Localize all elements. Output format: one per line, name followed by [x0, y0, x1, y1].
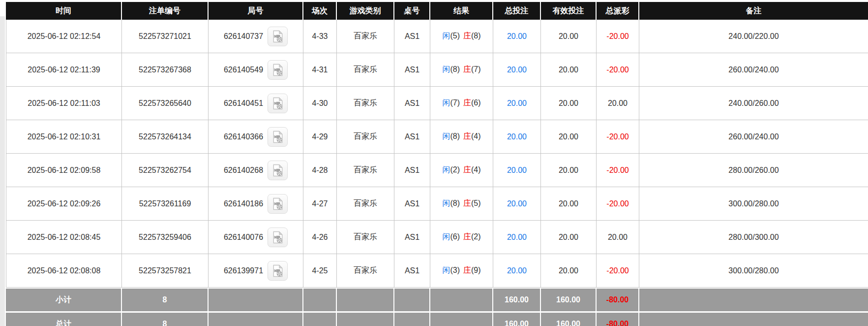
total-bet-link[interactable]: 20.00 [507, 199, 527, 208]
result-banker-label: 庄 [463, 132, 471, 140]
subtotal-total-bet: 160.00 [493, 288, 541, 313]
video-replay-button[interactable] [268, 60, 288, 80]
cell-valid-bet: 20.00 [541, 20, 597, 53]
table-header: 时间 注单编号 局号 场次 游戏类别 桌号 结果 总投注 有效投注 总派彩 备注 [6, 2, 868, 20]
total-empty-round [209, 313, 303, 326]
cell-remark: 300.00/280.00 [639, 254, 868, 288]
round-no-text: 626140186 [224, 199, 263, 208]
subtotal-empty-result [430, 288, 493, 313]
cell-result: 闲(8)庄(5) [430, 187, 493, 221]
video-replay-button[interactable] [268, 127, 288, 147]
subtotal-valid-bet: 160.00 [541, 288, 597, 313]
total-bet-link[interactable]: 20.00 [507, 99, 527, 107]
col-header-payout: 总派彩 [597, 2, 639, 20]
cell-bet-no: 522573257821 [122, 254, 209, 288]
col-header-result: 结果 [430, 2, 493, 20]
result-player-label: 闲 [442, 266, 450, 274]
cell-remark: 260.00/240.00 [639, 53, 868, 87]
cell-table-no: AS1 [394, 53, 430, 87]
round-no-text: 626140366 [224, 132, 263, 141]
total-bet-link[interactable]: 20.00 [507, 132, 527, 141]
cell-payout: -20.00 [597, 154, 639, 187]
result-player-label: 闲 [442, 199, 450, 207]
video-replay-button[interactable] [268, 261, 288, 281]
subtotal-empty-game-type [337, 288, 394, 313]
cell-game-type: 百家乐 [337, 187, 394, 221]
table-row: 2025-06-12 02:10:31 522573264134 6261403… [6, 120, 868, 154]
cell-total-bet: 20.00 [493, 20, 541, 53]
cell-round-no: 626139971 [209, 254, 303, 288]
cell-result: 闲(6)庄(2) [430, 221, 493, 254]
col-header-session: 场次 [303, 2, 337, 20]
total-total-bet: 160.00 [493, 313, 541, 326]
total-remark [639, 313, 868, 326]
cell-bet-no: 522573261169 [122, 187, 209, 221]
result-player-score: (8) [450, 65, 460, 73]
total-row: 总计 8 160.00 160.00 -80.00 [6, 313, 868, 326]
col-header-valid-bet: 有效投注 [541, 2, 597, 20]
total-bet-link[interactable]: 20.00 [507, 65, 527, 74]
result-banker-label: 庄 [463, 65, 471, 73]
total-empty-result [430, 313, 493, 326]
result-banker-label: 庄 [463, 266, 471, 274]
result-player-score: (6) [450, 232, 460, 241]
total-empty-game-type [337, 313, 394, 326]
cell-round-no: 626140186 [209, 187, 303, 221]
video-file-icon [272, 30, 283, 43]
result-player-label: 闲 [442, 98, 450, 107]
video-replay-button[interactable] [268, 161, 288, 180]
cell-game-type: 百家乐 [337, 20, 394, 53]
table-row: 2025-06-12 02:11:03 522573265640 6261404… [6, 87, 868, 120]
cell-session: 4-30 [303, 87, 337, 120]
table-row: 2025-06-12 02:11:39 522573267368 6261405… [6, 53, 868, 87]
table-footer: 小计 8 160.00 160.00 -80.00 总计 8 160.00 16… [6, 288, 868, 326]
cell-valid-bet: 20.00 [541, 120, 597, 154]
subtotal-label: 小计 [6, 288, 122, 313]
video-replay-button[interactable] [268, 27, 288, 46]
round-no-text: 626140451 [224, 99, 263, 108]
col-header-total-bet: 总投注 [493, 2, 541, 20]
subtotal-count: 8 [122, 288, 209, 313]
cell-result: 闲(2)庄(4) [430, 154, 493, 187]
video-replay-button[interactable] [268, 94, 288, 113]
result-banker-score: (5) [471, 199, 481, 207]
cell-result: 闲(7)庄(6) [430, 87, 493, 120]
cell-valid-bet: 20.00 [541, 87, 597, 120]
cell-remark: 260.00/240.00 [639, 120, 868, 154]
round-no-text: 626140076 [224, 233, 263, 242]
result-banker-score: (6) [471, 98, 481, 107]
total-bet-link[interactable]: 20.00 [507, 266, 527, 275]
video-replay-button[interactable] [268, 228, 288, 247]
result-player-score: (8) [450, 199, 460, 207]
total-empty-table-no [394, 313, 430, 326]
video-file-icon [272, 231, 283, 244]
cell-session: 4-31 [303, 53, 337, 87]
total-bet-link[interactable]: 20.00 [507, 32, 527, 40]
result-banker-label: 庄 [463, 98, 471, 107]
total-empty-session [303, 313, 337, 326]
result-banker-score: (8) [471, 32, 481, 40]
subtotal-empty-round [209, 288, 303, 313]
cell-game-type: 百家乐 [337, 53, 394, 87]
cell-remark: 280.00/260.00 [639, 154, 868, 187]
result-player-label: 闲 [442, 132, 450, 140]
video-replay-button[interactable] [268, 194, 288, 214]
subtotal-row: 小计 8 160.00 160.00 -80.00 [6, 288, 868, 313]
cell-total-bet: 20.00 [493, 154, 541, 187]
cell-time: 2025-06-12 02:11:39 [6, 53, 122, 87]
table-row: 2025-06-12 02:09:26 522573261169 6261401… [6, 187, 868, 221]
cell-game-type: 百家乐 [337, 254, 394, 288]
result-banker-label: 庄 [463, 32, 471, 40]
round-no-text: 626140737 [224, 32, 263, 41]
result-player-label: 闲 [442, 165, 450, 174]
cell-time: 2025-06-12 02:08:08 [6, 254, 122, 288]
cell-game-type: 百家乐 [337, 87, 394, 120]
total-bet-link[interactable]: 20.00 [507, 233, 527, 241]
cell-round-no: 626140268 [209, 154, 303, 187]
video-file-icon [272, 64, 283, 76]
total-bet-link[interactable]: 20.00 [507, 166, 527, 174]
col-header-table-no: 桌号 [394, 2, 430, 20]
cell-session: 4-29 [303, 120, 337, 154]
header-row: 时间 注单编号 局号 场次 游戏类别 桌号 结果 总投注 有效投注 总派彩 备注 [6, 2, 868, 20]
cell-time: 2025-06-12 02:11:03 [6, 87, 122, 120]
